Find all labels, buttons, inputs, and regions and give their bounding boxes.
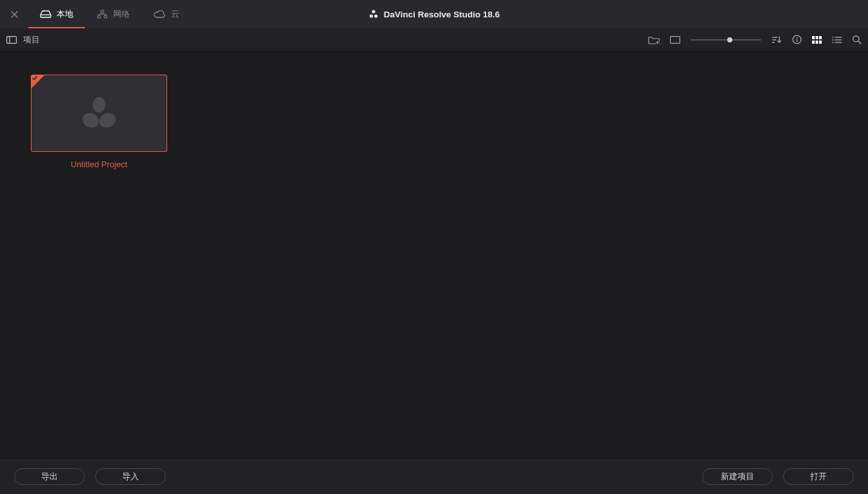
svg-rect-1 xyxy=(101,10,104,13)
network-icon xyxy=(96,10,108,19)
sort-button[interactable] xyxy=(772,35,782,44)
tab-network[interactable]: 网络 xyxy=(85,0,141,28)
svg-rect-20 xyxy=(812,41,815,44)
project-name: Untitled Project xyxy=(71,160,127,169)
storage-tabs: 本地 网络 云 xyxy=(28,0,191,28)
project-thumbnail[interactable] xyxy=(31,75,167,152)
svg-point-33 xyxy=(97,111,118,131)
svg-rect-22 xyxy=(819,41,822,44)
svg-point-32 xyxy=(80,111,102,131)
project-library: Untitled Project xyxy=(0,51,868,458)
svg-point-6 xyxy=(374,14,377,17)
svg-point-27 xyxy=(833,42,834,43)
svg-point-31 xyxy=(93,97,105,113)
svg-point-25 xyxy=(833,39,834,41)
tab-local[interactable]: 本地 xyxy=(28,0,85,28)
new-project-button[interactable]: 新建项目 xyxy=(702,468,773,485)
svg-rect-3 xyxy=(104,15,107,18)
export-button[interactable]: 导出 xyxy=(14,468,85,485)
project-placeholder-icon xyxy=(80,96,118,131)
project-item[interactable]: Untitled Project xyxy=(31,75,167,169)
fullscreen-icon xyxy=(670,36,680,44)
window-title: DaVinci Resolve Studio 18.6 xyxy=(368,9,500,19)
tab-cloud[interactable]: 云 xyxy=(141,0,191,28)
svg-rect-17 xyxy=(812,36,815,39)
svg-rect-10 xyxy=(671,36,680,43)
open-button[interactable]: 打开 xyxy=(783,468,854,485)
fullscreen-button[interactable] xyxy=(670,36,680,44)
title-bar: 本地 网络 云 xyxy=(0,0,868,28)
section-title: 项目 xyxy=(23,34,40,46)
slider-track xyxy=(691,39,761,41)
svg-rect-19 xyxy=(819,36,822,39)
new-folder-icon xyxy=(648,35,660,44)
footer-bar: 导出 导入 新建项目 打开 xyxy=(0,458,868,494)
grid-view-icon xyxy=(812,36,822,44)
svg-rect-7 xyxy=(7,36,17,43)
sort-icon xyxy=(772,35,782,44)
svg-point-15 xyxy=(797,37,798,39)
svg-point-4 xyxy=(372,10,375,13)
project-grid: Untitled Project xyxy=(31,75,837,169)
slider-thumb[interactable] xyxy=(727,37,732,42)
grid-view-button[interactable] xyxy=(812,36,822,44)
toggle-sidebar-button[interactable] xyxy=(6,36,17,44)
new-folder-button[interactable] xyxy=(648,35,660,44)
svg-point-23 xyxy=(833,37,834,38)
svg-rect-18 xyxy=(816,36,818,39)
info-icon xyxy=(792,35,802,44)
close-icon xyxy=(11,11,18,18)
window-title-text: DaVinci Resolve Studio 18.6 xyxy=(384,10,500,19)
cloud-icon xyxy=(153,10,166,19)
thumbnail-size-slider[interactable] xyxy=(691,35,761,45)
import-button[interactable]: 导入 xyxy=(95,468,166,485)
tab-local-label: 本地 xyxy=(57,8,73,20)
svg-line-30 xyxy=(858,41,861,44)
search-icon xyxy=(852,35,862,44)
tab-network-label: 网络 xyxy=(113,8,130,20)
search-button[interactable] xyxy=(852,35,862,44)
toolbar: 项目 xyxy=(0,28,868,51)
close-button[interactable] xyxy=(0,0,28,28)
check-icon xyxy=(32,76,37,81)
info-button[interactable] xyxy=(792,35,802,44)
svg-rect-21 xyxy=(816,41,818,44)
svg-rect-2 xyxy=(98,15,100,18)
tab-cloud-label: 云 xyxy=(171,8,179,20)
list-view-button[interactable] xyxy=(832,36,842,44)
svg-point-5 xyxy=(370,14,373,17)
list-view-icon xyxy=(832,36,842,44)
app-logo-icon xyxy=(368,9,379,19)
sidebar-icon xyxy=(6,36,17,44)
drive-icon xyxy=(40,10,51,19)
